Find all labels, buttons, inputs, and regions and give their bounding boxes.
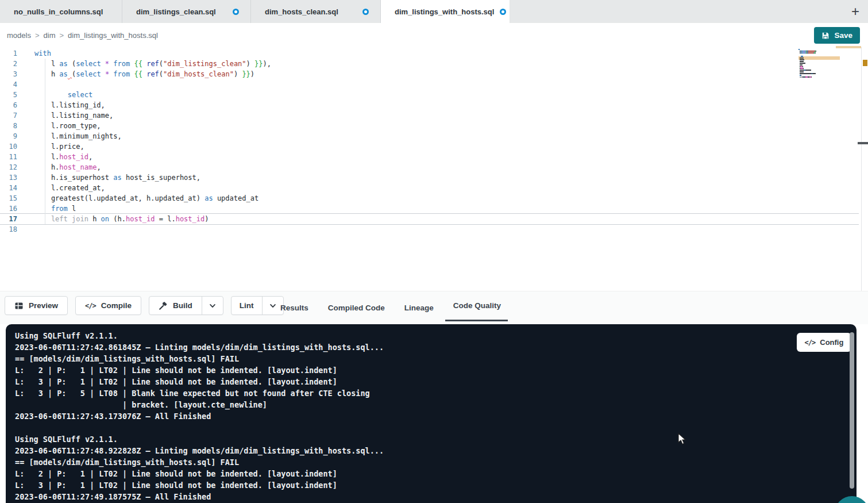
breadcrumb-item-dim[interactable]: dim: [44, 31, 56, 40]
save-button[interactable]: Save: [814, 27, 860, 44]
minimap-line: [798, 71, 842, 72]
minimap-line: [798, 56, 842, 57]
mouse-cursor: [678, 433, 687, 446]
line-number: 9: [0, 131, 17, 141]
file-tab-label: dim_listings_with_hosts.sql: [395, 7, 494, 16]
minimap-line: [798, 54, 842, 55]
file-tab-bar: no_nulls_in_columns.sql dim_listings_cle…: [0, 0, 868, 23]
minimap-line: [798, 66, 842, 67]
terminal-line: 2023-06-06T11:27:49.187575Z — All Finish…: [15, 491, 857, 502]
code-line[interactable]: 6 l.listing_id,: [0, 100, 859, 110]
minimap[interactable]: [798, 49, 842, 80]
code-text: l.listing_id,: [17, 100, 105, 110]
tab-lineage[interactable]: Lineage: [404, 304, 434, 312]
code-editor[interactable]: 1with2 l as (select * from {{ ref("dim_l…: [0, 47, 868, 291]
code-line[interactable]: 2 l as (select * from {{ ref("dim_listin…: [0, 59, 859, 69]
floppy-icon: [821, 32, 830, 40]
minimap-line: [798, 75, 842, 76]
code-line[interactable]: 11 l.host_id,: [0, 152, 859, 162]
modified-dot-icon: [362, 9, 369, 15]
line-number: 3: [0, 69, 17, 79]
code-line[interactable]: 14 l.created_at,: [0, 183, 859, 193]
code-line[interactable]: 3 h as (select * from {{ ref("dim_hosts_…: [0, 69, 859, 79]
terminal-line: L: 3 | P: 1 | LT02 | Line should not be …: [15, 479, 857, 491]
line-number: 13: [0, 172, 17, 183]
code-text: l as (select * from {{ ref("dim_listings…: [17, 59, 271, 69]
terminal-line: | bracket. [layout.cte_newline]: [15, 399, 857, 410]
terminal-scrollbar-thumb[interactable]: [850, 332, 854, 489]
code-line[interactable]: 5 select: [0, 90, 859, 100]
breadcrumb-separator: >: [35, 31, 40, 40]
terminal-line: == [models/dim/dim_listings_with_hosts.s…: [15, 353, 857, 364]
code-line[interactable]: 1with: [0, 48, 859, 59]
terminal-line: 2023-06-06T11:27:42.861845Z — Linting mo…: [15, 341, 857, 353]
table-icon: [14, 301, 24, 310]
code-text: l.price,: [17, 141, 84, 152]
lint-output-terminal[interactable]: Using SQLFluff v2.1.1.2023-06-06T11:27:4…: [6, 324, 857, 503]
file-tab-label: dim_listings_clean.sql: [136, 7, 216, 16]
build-dropdown-button[interactable]: [202, 297, 223, 314]
tab-compiled-code[interactable]: Compiled Code: [328, 304, 385, 312]
editor-scrollbar[interactable]: [861, 47, 868, 291]
code-text: [17, 224, 34, 235]
tab-results[interactable]: Results: [280, 304, 308, 312]
line-number: 1: [0, 48, 17, 59]
code-line[interactable]: 7 l.listing_name,: [0, 110, 859, 121]
breadcrumb-bar: models > dim > dim_listings_with_hosts.s…: [0, 23, 868, 47]
file-tab-dim-listings-clean[interactable]: dim_listings_clean.sql: [122, 0, 251, 23]
terminal-line: [15, 422, 857, 433]
terminal-line: L: 3 | P: 1 | LT02 | Line should not be …: [15, 376, 857, 387]
terminal-line: 2023-06-06T11:27:43.173076Z — All Finish…: [15, 410, 857, 422]
line-number: 14: [0, 183, 17, 193]
code-line[interactable]: 9 l.minimum_nights,: [0, 131, 859, 141]
preview-button[interactable]: Preview: [5, 296, 68, 315]
file-tab-dim-listings-with-hosts[interactable]: dim_listings_with_hosts.sql: [381, 0, 510, 23]
modified-dot-icon: [233, 9, 239, 15]
code-line[interactable]: 4: [0, 79, 859, 90]
minimap-line: [798, 51, 842, 52]
file-tab-no-nulls-in-columns[interactable]: no_nulls_in_columns.sql: [0, 0, 122, 23]
line-number: 10: [0, 141, 17, 152]
file-tab-dim-hosts-clean[interactable]: dim_hosts_clean.sql: [251, 0, 381, 23]
terminal-line: Using SQLFluff v2.1.1.: [15, 433, 857, 445]
minimap-line: [798, 68, 842, 69]
terminal-line: L: 2 | P: 1 | LT02 | Line should not be …: [15, 468, 857, 479]
code-text: l.room_type,: [17, 121, 101, 131]
code-line[interactable]: 18: [0, 224, 859, 235]
minimap-line: [798, 73, 842, 74]
new-tab-button[interactable]: +: [843, 0, 868, 23]
code-line[interactable]: 8 l.room_type,: [0, 121, 859, 131]
compile-button[interactable]: </> Compile: [75, 296, 141, 315]
minimap-line: [798, 57, 842, 59]
lint-label: Lint: [240, 301, 254, 310]
scrollbar-thumb[interactable]: [858, 142, 868, 144]
code-icon: </>: [85, 302, 96, 310]
code-line[interactable]: 16 from l: [0, 203, 859, 214]
chevron-down-icon: [269, 302, 277, 310]
code-text: with: [17, 48, 51, 59]
code-line[interactable]: 10 l.price,: [0, 141, 859, 152]
code-line[interactable]: 13 h.is_superhost as host_is_superhost,: [0, 172, 859, 183]
lint-warning-marker: [863, 60, 867, 66]
code-icon: </>: [805, 339, 816, 347]
line-number: 5: [0, 90, 17, 100]
lint-button[interactable]: Lint: [231, 296, 284, 315]
lint-dropdown-button[interactable]: [262, 297, 283, 314]
build-button[interactable]: Build: [149, 296, 223, 315]
tab-code-quality[interactable]: Code Quality: [453, 301, 501, 310]
config-button[interactable]: </> Config: [797, 333, 851, 352]
code-line[interactable]: 17 left join h on (h.host_id = l.host_id…: [0, 214, 859, 224]
breadcrumb-item-models[interactable]: models: [7, 31, 31, 40]
minimap-line: [798, 49, 842, 50]
code-text: greatest(l.updated_at, h.updated_at) as …: [17, 193, 259, 203]
terminal-line: L: 2 | P: 1 | LT02 | Line should not be …: [15, 364, 857, 376]
code-text: h.host_name,: [17, 162, 101, 172]
hammer-icon: [159, 301, 168, 310]
compile-label: Compile: [101, 301, 132, 310]
line-number: 12: [0, 162, 17, 172]
minimap-line: [798, 76, 842, 78]
line-number: 6: [0, 100, 17, 110]
code-line[interactable]: 15 greatest(l.updated_at, h.updated_at) …: [0, 193, 859, 203]
minimap-line: [798, 61, 842, 62]
code-line[interactable]: 12 h.host_name,: [0, 162, 859, 172]
